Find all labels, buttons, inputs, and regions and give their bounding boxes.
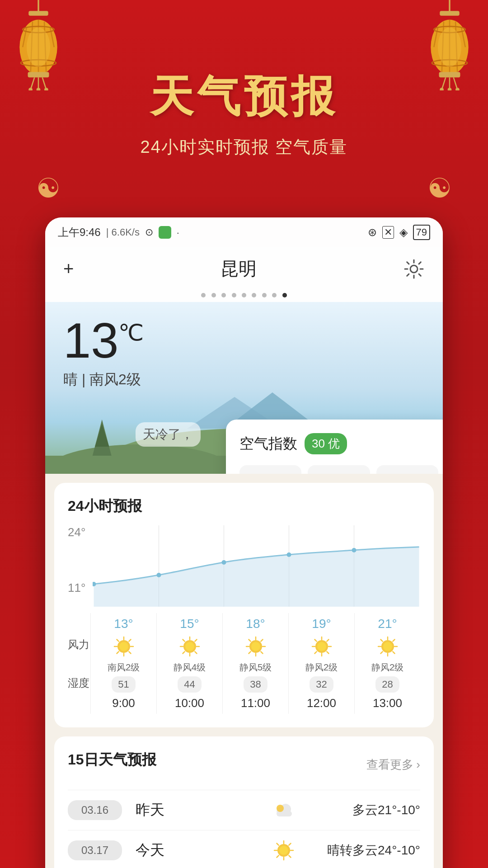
sun-icon-5	[376, 635, 399, 658]
svg-point-75	[251, 642, 260, 651]
add-city-button[interactable]: +	[63, 259, 74, 279]
sun-icon-3	[244, 635, 267, 658]
aq-grid: PM2.5 66 NO₂ 16 O₃ 5 SO₂ 3	[239, 465, 438, 474]
svg-point-51	[222, 560, 226, 565]
hourly-col-4: 19°	[288, 613, 354, 714]
temperature-display: 13℃	[63, 316, 425, 365]
svg-line-115	[289, 855, 291, 857]
app-card: 上午9:46 | 6.6K/s ⊙ · ⊛ ✕ ◈ 79 + 昆明	[45, 217, 443, 868]
status-right: ⊛ ✕ ◈ 79	[368, 225, 430, 240]
time-4: 12:00	[307, 696, 336, 710]
svg-rect-106	[277, 811, 292, 816]
header-area: 天气预报 24小时实时预报 空气质量	[0, 0, 488, 159]
hourly-col-3: 18°	[222, 613, 288, 714]
status-time: 上午9:46	[58, 225, 101, 240]
svg-line-72	[195, 640, 197, 642]
forecast-15-title: 15日天气预报	[68, 750, 156, 770]
dot-7	[262, 293, 267, 297]
dot-active	[282, 293, 287, 297]
battery-container: 79	[413, 225, 430, 240]
cloudy-icon-1	[272, 798, 296, 822]
svg-line-80	[249, 640, 250, 642]
svg-point-36	[410, 265, 418, 273]
humidity-3: 38	[244, 676, 267, 693]
hourly-col-1: 13°	[90, 613, 156, 714]
status-signal: ⊙	[145, 226, 153, 238]
aq-pm25: PM2.5 66	[239, 465, 301, 474]
forecast-24h-title: 24小时预报	[68, 496, 420, 516]
status-speed: | 6.6K/s	[106, 226, 140, 238]
svg-point-85	[317, 642, 326, 651]
svg-point-55	[119, 642, 128, 651]
svg-line-90	[314, 640, 316, 642]
humidity-4: 32	[310, 676, 333, 693]
svg-line-91	[327, 651, 328, 653]
sun-icon-1	[112, 635, 136, 658]
app-subtitle: 24小时实时预报 空气质量	[0, 136, 488, 159]
weather-main-display: 13℃ 晴 | 南风2级	[45, 302, 443, 474]
see-more-button[interactable]: 查看更多 ›	[366, 757, 420, 773]
aq-badge: 30 优	[305, 433, 347, 454]
swirl-left: ☯	[36, 172, 61, 204]
temp-3: 18°	[246, 617, 265, 631]
humidity-1: 51	[112, 676, 135, 693]
app-title: 天气预报	[0, 68, 488, 127]
day-label-2: 今天	[136, 840, 172, 860]
air-quality-popup: 空气指数 30 优 PM2.5 66 NO₂ 16 O₃ 5	[226, 420, 443, 474]
date-badge-1: 03.16	[68, 800, 122, 820]
svg-point-107	[277, 805, 284, 812]
hourly-grid: 风力 湿度 13°	[68, 613, 420, 714]
temp-4: 19°	[312, 617, 331, 631]
page-dots	[45, 288, 443, 302]
wind-1: 南风2级	[108, 662, 140, 673]
svg-line-70	[183, 640, 184, 642]
day-desc-1: 多云21°-10°	[312, 802, 420, 819]
status-bar: 上午9:46 | 6.6K/s ⊙ · ⊛ ✕ ◈ 79	[45, 217, 443, 247]
hourly-col-2: 15°	[156, 613, 222, 714]
dot-3	[221, 293, 226, 297]
status-dot: ·	[177, 227, 179, 238]
forecast-chart	[93, 525, 420, 607]
data-icon: ✕	[382, 226, 394, 239]
svg-line-61	[129, 651, 131, 653]
forecast-15-header: 15日天气预报 查看更多 ›	[68, 750, 420, 779]
bluetooth-icon: ⊛	[368, 226, 377, 239]
svg-line-81	[261, 651, 263, 653]
forecast-day-row-1: 03.16 昨天 多云21°-10°	[68, 790, 420, 830]
time-3: 11:00	[241, 696, 270, 710]
phone-mockup: 上午9:46 | 6.6K/s ⊙ · ⊛ ✕ ◈ 79 + 昆明	[45, 217, 443, 868]
dot-2	[211, 293, 216, 297]
dot-5	[242, 293, 246, 297]
sun-icon-2	[178, 635, 202, 658]
svg-line-92	[327, 640, 328, 642]
time-1: 9:00	[112, 696, 135, 710]
svg-point-52	[287, 552, 291, 557]
sun-icon-4	[310, 635, 333, 658]
status-app-icon	[159, 226, 171, 239]
svg-line-103	[380, 651, 382, 653]
dot-6	[252, 293, 256, 297]
temp-5: 21°	[378, 617, 397, 631]
svg-line-82	[261, 640, 263, 642]
aq-no2: NO₂ 16	[308, 465, 370, 474]
svg-line-63	[117, 651, 118, 653]
svg-line-60	[117, 640, 118, 642]
day-label-1: 昨天	[136, 800, 172, 820]
chevron-right-icon: ›	[416, 758, 420, 772]
weather-description: 晴 | 南风2级	[63, 370, 425, 390]
chart-y-mid: 11°	[68, 581, 85, 595]
settings-button[interactable]	[403, 258, 425, 280]
svg-point-53	[352, 548, 357, 552]
wind-4: 静风2级	[305, 662, 338, 673]
status-left: 上午9:46 | 6.6K/s ⊙ ·	[58, 225, 179, 240]
dot-1	[201, 293, 206, 297]
weather-app-header: + 昆明	[45, 247, 443, 288]
date-badge-2: 03.17	[68, 840, 122, 860]
svg-point-50	[157, 573, 161, 577]
humidity-5: 28	[375, 676, 399, 693]
svg-line-73	[183, 651, 184, 653]
weather-message: 天冷了，	[136, 422, 201, 447]
aq-header: 空气指数 30 优	[239, 433, 438, 454]
temp-unit: ℃	[118, 320, 144, 345]
svg-line-71	[195, 651, 197, 653]
